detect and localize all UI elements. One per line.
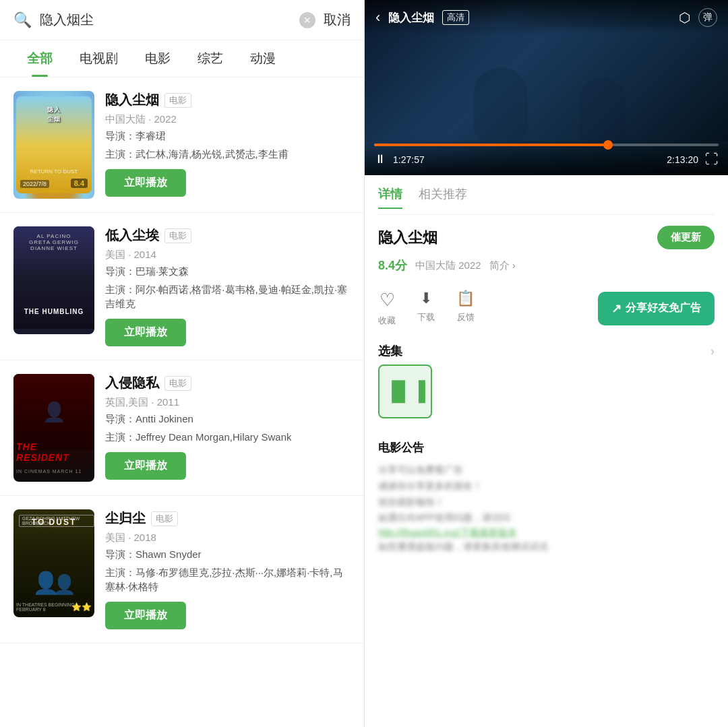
feedback-button[interactable]: 📋 反馈 bbox=[456, 290, 475, 327]
list-item: 隐入尘烟 RETURN TO DUST 2022/7/8 8.4 隐入尘烟 电影… bbox=[0, 77, 364, 213]
play-button[interactable]: 立即播放 bbox=[105, 452, 186, 480]
movie-title-row: 隐入尘烟 电影 bbox=[105, 91, 351, 109]
desc-line-1: 分享可以免费看广告 bbox=[378, 462, 715, 478]
tab-detail[interactable]: 详情 bbox=[378, 186, 402, 209]
share-free-button[interactable]: ↗ 分享好友免广告 bbox=[598, 292, 715, 325]
tab-tv[interactable]: 电视剧 bbox=[66, 40, 131, 77]
chevron-right-icon: › bbox=[710, 344, 715, 358]
movie-cast: 主演：Jeffrey Dean Morgan,Hilary Swank bbox=[105, 430, 351, 444]
heart-icon: ♡ bbox=[380, 290, 395, 311]
list-item: 👤 THERESIDENT IN CINEMAS MARCH 11 入侵隐私 电… bbox=[0, 360, 364, 496]
play-button[interactable]: 立即播放 bbox=[105, 319, 186, 346]
list-item: AL PACINOGRETA GERWIGDIANNE WIEST THE HU… bbox=[0, 213, 364, 360]
movie-tag: 电影 bbox=[164, 228, 191, 243]
urge-update-button[interactable]: 催更新 bbox=[657, 226, 715, 249]
search-icon: 🔍 bbox=[13, 11, 32, 29]
feedback-icon: 📋 bbox=[456, 290, 475, 307]
desc-line-4: 如遇任何APP使用问题，请访问 bbox=[378, 510, 715, 526]
description-section: 电影公告 分享可以免费看广告 感谢你分享更多的朋友！ 祝你观影愉快！ 如遇任何A… bbox=[378, 429, 715, 566]
fullscreen-button[interactable]: ⛶ bbox=[705, 152, 719, 167]
tab-anime[interactable]: 动漫 bbox=[237, 40, 289, 77]
tab-variety[interactable]: 综艺 bbox=[184, 40, 237, 77]
search-clear-button[interactable]: ✕ bbox=[299, 12, 315, 28]
right-panel: ‹ 隐入尘烟 高清 ⬡ 弹 ⏸ 1:27:57 2:13:20 ⛶ bbox=[364, 0, 728, 727]
video-controls: ⏸ 1:27:57 2:13:20 ⛶ bbox=[365, 138, 728, 175]
movie-info: 低入尘埃 电影 美国 · 2014 导演：巴瑞·莱文森 主演：阿尔·帕西诺,格雷… bbox=[105, 226, 351, 346]
pause-button[interactable]: ⏸ bbox=[374, 152, 386, 166]
current-time: 1:27:57 bbox=[393, 154, 425, 165]
poster-sub-text: IN CINEMAS MARCH 11 bbox=[16, 469, 82, 474]
detail-tabs: 详情 相关推荐 bbox=[378, 175, 715, 215]
detail-movie-title: 隐入尘烟 bbox=[378, 228, 437, 248]
movie-poster[interactable]: 隐入尘烟 RETURN TO DUST 2022/7/8 8.4 bbox=[13, 91, 94, 199]
share-label: 分享好友免广告 bbox=[626, 301, 701, 315]
poster-title-text: THE HUMBLING bbox=[13, 308, 94, 315]
movie-director: 导演：Shawn Snyder bbox=[105, 548, 351, 561]
movie-info: 尘归尘 电影 美国 · 2018 导演：Shawn Snyder 主演：马修·布… bbox=[105, 509, 351, 629]
video-header: ‹ 隐入尘烟 高清 ⬡ 弹 bbox=[365, 0, 728, 35]
movie-title: 隐入尘烟 bbox=[105, 91, 159, 109]
desc-link-line[interactable]: http://thupo001.xyz/下载最新版本 bbox=[378, 526, 715, 539]
movie-info: 入侵隐私 电影 英国,美国 · 2011 导演：Antti Jokinen 主演… bbox=[105, 374, 351, 480]
movie-poster[interactable]: AL PACINOGRETA GERWIGDIANNE WIEST THE HU… bbox=[13, 226, 94, 334]
category-tabs: 全部 电视剧 电影 综艺 动漫 bbox=[0, 40, 364, 77]
download-icon: ⬇ bbox=[420, 290, 432, 307]
tab-related[interactable]: 相关推荐 bbox=[419, 186, 467, 209]
movie-director: 导演：巴瑞·莱文森 bbox=[105, 265, 351, 278]
airplay-icon[interactable]: ⬡ bbox=[679, 9, 690, 26]
movie-tag: 电影 bbox=[164, 93, 191, 108]
movie-poster[interactable]: GEZA ROHRIG MATTHEW BRODERICK TO DUST 👤 … bbox=[13, 509, 94, 617]
collect-label: 收藏 bbox=[378, 315, 396, 327]
detail-title-row: 隐入尘烟 催更新 bbox=[378, 215, 715, 255]
movie-director: 导演：李睿珺 bbox=[105, 130, 351, 143]
video-player[interactable]: ‹ 隐入尘烟 高清 ⬡ 弹 ⏸ 1:27:57 2:13:20 ⛶ bbox=[365, 0, 728, 175]
section-label: 选集 bbox=[378, 343, 402, 359]
movie-tag: 电影 bbox=[151, 511, 178, 526]
progress-dot[interactable] bbox=[603, 140, 613, 150]
movie-meta: 美国 · 2018 bbox=[105, 532, 351, 544]
tab-movie[interactable]: 电影 bbox=[131, 40, 184, 77]
movie-title-row: 低入尘埃 电影 bbox=[105, 226, 351, 245]
movie-title-row: 入侵隐私 电影 bbox=[105, 374, 351, 392]
movie-info: 隐入尘烟 电影 中国大陆 · 2022 导演：李睿珺 主演：武仁林,海清,杨光锐… bbox=[105, 91, 351, 197]
cancel-button[interactable]: 取消 bbox=[324, 11, 351, 29]
list-item: GEZA ROHRIG MATTHEW BRODERICK TO DUST 👤 … bbox=[0, 496, 364, 643]
video-back-button[interactable]: ‹ bbox=[375, 9, 380, 26]
movie-director: 导演：Antti Jokinen bbox=[105, 413, 351, 426]
download-button[interactable]: ⬇ 下载 bbox=[417, 290, 435, 327]
tab-all[interactable]: 全部 bbox=[13, 40, 66, 77]
desc-url[interactable]: http://thupo001.xyz/下载最新版本 bbox=[378, 527, 517, 538]
results-list: 隐入尘烟 RETURN TO DUST 2022/7/8 8.4 隐入尘烟 电影… bbox=[0, 77, 364, 727]
hd-badge: 高清 bbox=[442, 10, 469, 25]
desc-line-5: 如您遭遇盗版问题，请更换其他测试试试 bbox=[378, 539, 715, 555]
episodes-row: ▐▌▐ bbox=[378, 365, 715, 429]
play-waveform-icon: ▐▌▐ bbox=[385, 381, 425, 402]
detail-meta-row: 8.4分 中国大陆 2022 简介 › bbox=[378, 255, 715, 282]
detail-intro-link[interactable]: 简介 › bbox=[489, 259, 516, 272]
section-title-episodes: 选集 › bbox=[378, 335, 715, 365]
danmaku-settings-icon[interactable]: 弹 bbox=[698, 8, 717, 27]
detail-country-year: 中国大陆 2022 bbox=[415, 259, 481, 272]
movie-meta: 英国,美国 · 2011 bbox=[105, 396, 351, 409]
search-input[interactable] bbox=[40, 12, 291, 28]
movie-cast: 主演：马修·布罗德里克,莎拉·杰斯···尔,娜塔莉·卡特,马塞林·休格特 bbox=[105, 565, 351, 594]
episode-card[interactable]: ▐▌▐ bbox=[378, 365, 432, 418]
action-row: ♡ 收藏 ⬇ 下载 📋 反馈 ↗ 分享好友免广告 bbox=[378, 282, 715, 335]
movie-cast: 主演：阿尔·帕西诺,格雷塔·葛韦格,曼迪·帕廷金,凯拉·塞吉维克 bbox=[105, 282, 351, 311]
feedback-label: 反馈 bbox=[457, 311, 475, 323]
progress-bar[interactable] bbox=[374, 144, 719, 146]
desc-line-3: 祝你观影愉快！ bbox=[378, 495, 715, 511]
play-button[interactable]: 立即播放 bbox=[105, 602, 186, 629]
search-bar: 🔍 ✕ 取消 bbox=[0, 0, 364, 40]
movie-meta: 美国 · 2014 bbox=[105, 249, 351, 261]
total-time: 2:13:20 bbox=[667, 154, 698, 165]
desc-title: 电影公告 bbox=[378, 440, 715, 455]
movie-tag: 电影 bbox=[164, 376, 191, 391]
action-buttons-group: ♡ 收藏 ⬇ 下载 📋 反馈 bbox=[378, 290, 475, 327]
collect-button[interactable]: ♡ 收藏 bbox=[378, 290, 396, 327]
movie-title: 入侵隐私 bbox=[105, 374, 159, 392]
play-button[interactable]: 立即播放 bbox=[105, 169, 186, 197]
movie-title-row: 尘归尘 电影 bbox=[105, 509, 351, 528]
movie-cast: 主演：武仁林,海清,杨光锐,武赟志,李生甫 bbox=[105, 147, 351, 161]
movie-poster[interactable]: 👤 THERESIDENT IN CINEMAS MARCH 11 bbox=[13, 374, 94, 482]
